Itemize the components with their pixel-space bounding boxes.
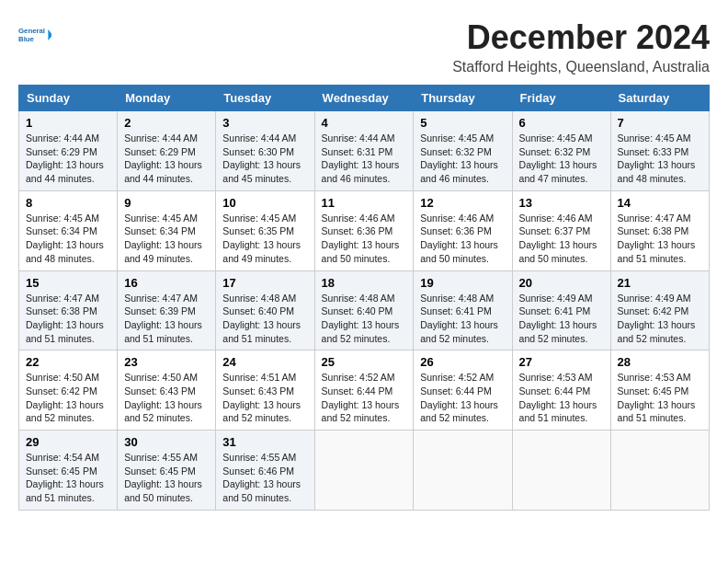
day-number: 5 [420, 116, 505, 130]
cell-0-3: 4 Sunrise: 4:44 AM Sunset: 6:31 PM Dayli… [314, 111, 414, 191]
cell-1-2: 10 Sunrise: 4:45 AM Sunset: 6:35 PM Dayl… [216, 190, 314, 270]
cell-0-0: 1 Sunrise: 4:44 AM Sunset: 6:29 PM Dayli… [19, 111, 118, 191]
day-number: 31 [222, 435, 307, 449]
day-info: Sunrise: 4:47 AM Sunset: 6:38 PM Dayligh… [26, 292, 110, 346]
cell-0-5: 6 Sunrise: 4:45 AM Sunset: 6:32 PM Dayli… [512, 111, 610, 191]
day-number: 4 [322, 116, 407, 130]
week-row-2: 8 Sunrise: 4:45 AM Sunset: 6:34 PM Dayli… [19, 190, 710, 270]
cell-3-3: 25 Sunrise: 4:52 AM Sunset: 6:44 PM Dayl… [314, 350, 414, 431]
day-number: 30 [124, 435, 209, 449]
day-info: Sunrise: 4:44 AM Sunset: 6:31 PM Dayligh… [322, 132, 407, 186]
day-info: Sunrise: 4:50 AM Sunset: 6:42 PM Dayligh… [26, 371, 110, 425]
day-info: Sunrise: 4:45 AM Sunset: 6:35 PM Dayligh… [222, 212, 307, 266]
day-number: 21 [618, 276, 702, 290]
calendar-body: 1 Sunrise: 4:44 AM Sunset: 6:29 PM Dayli… [19, 111, 710, 511]
day-info: Sunrise: 4:44 AM Sunset: 6:29 PM Dayligh… [124, 132, 209, 186]
day-info: Sunrise: 4:54 AM Sunset: 6:45 PM Dayligh… [26, 451, 110, 505]
day-number: 28 [618, 355, 702, 369]
day-info: Sunrise: 4:48 AM Sunset: 6:40 PM Dayligh… [222, 292, 307, 346]
day-info: Sunrise: 4:46 AM Sunset: 6:36 PM Dayligh… [420, 212, 505, 266]
day-number: 2 [124, 116, 209, 130]
day-number: 18 [322, 276, 407, 290]
cell-2-3: 18 Sunrise: 4:48 AM Sunset: 6:40 PM Dayl… [314, 270, 414, 350]
day-number: 19 [420, 276, 505, 290]
day-info: Sunrise: 4:55 AM Sunset: 6:45 PM Dayligh… [124, 451, 209, 505]
cell-3-0: 22 Sunrise: 4:50 AM Sunset: 6:42 PM Dayl… [19, 350, 118, 431]
cell-4-0: 29 Sunrise: 4:54 AM Sunset: 6:45 PM Dayl… [19, 431, 118, 511]
cell-1-4: 12 Sunrise: 4:46 AM Sunset: 6:36 PM Dayl… [414, 190, 512, 270]
day-info: Sunrise: 4:45 AM Sunset: 6:32 PM Dayligh… [420, 132, 505, 186]
day-number: 16 [124, 276, 209, 290]
day-number: 20 [519, 276, 604, 290]
day-info: Sunrise: 4:47 AM Sunset: 6:39 PM Dayligh… [124, 292, 209, 346]
day-number: 24 [222, 355, 307, 369]
cell-0-4: 5 Sunrise: 4:45 AM Sunset: 6:32 PM Dayli… [414, 111, 512, 191]
title-area: December 2024 Stafford Heights, Queensla… [452, 18, 710, 75]
cell-4-3 [314, 431, 414, 511]
day-number: 11 [322, 196, 407, 210]
cell-1-3: 11 Sunrise: 4:46 AM Sunset: 6:36 PM Dayl… [314, 190, 414, 270]
cell-4-4 [414, 431, 512, 511]
day-number: 6 [519, 116, 604, 130]
day-number: 13 [519, 196, 604, 210]
cell-1-6: 14 Sunrise: 4:47 AM Sunset: 6:38 PM Dayl… [610, 190, 709, 270]
col-saturday: Saturday [610, 86, 709, 111]
day-number: 22 [26, 355, 110, 369]
cell-3-5: 27 Sunrise: 4:53 AM Sunset: 6:44 PM Dayl… [512, 350, 610, 431]
day-info: Sunrise: 4:45 AM Sunset: 6:34 PM Dayligh… [124, 212, 209, 266]
day-info: Sunrise: 4:52 AM Sunset: 6:44 PM Dayligh… [420, 371, 505, 425]
week-row-1: 1 Sunrise: 4:44 AM Sunset: 6:29 PM Dayli… [19, 111, 710, 191]
cell-3-4: 26 Sunrise: 4:52 AM Sunset: 6:44 PM Dayl… [414, 350, 512, 431]
col-monday: Monday [118, 86, 216, 111]
svg-text:General: General [18, 27, 45, 35]
day-info: Sunrise: 4:48 AM Sunset: 6:40 PM Dayligh… [322, 292, 407, 346]
day-info: Sunrise: 4:45 AM Sunset: 6:32 PM Dayligh… [519, 132, 604, 186]
col-tuesday: Tuesday [216, 86, 314, 111]
day-number: 12 [420, 196, 505, 210]
cell-4-6 [610, 431, 709, 511]
cell-1-5: 13 Sunrise: 4:46 AM Sunset: 6:37 PM Dayl… [512, 190, 610, 270]
cell-0-2: 3 Sunrise: 4:44 AM Sunset: 6:30 PM Dayli… [216, 111, 314, 191]
logo-svg: General Blue [18, 18, 51, 52]
cell-2-2: 17 Sunrise: 4:48 AM Sunset: 6:40 PM Dayl… [216, 270, 314, 350]
svg-marker-2 [48, 29, 51, 40]
day-number: 3 [222, 116, 307, 130]
location-title: Stafford Heights, Queensland, Australia [452, 59, 710, 75]
day-info: Sunrise: 4:47 AM Sunset: 6:38 PM Dayligh… [618, 212, 702, 266]
day-number: 15 [26, 276, 110, 290]
day-number: 26 [420, 355, 505, 369]
col-wednesday: Wednesday [314, 86, 414, 111]
cell-2-1: 16 Sunrise: 4:47 AM Sunset: 6:39 PM Dayl… [118, 270, 216, 350]
col-thursday: Thursday [414, 86, 512, 111]
week-row-4: 22 Sunrise: 4:50 AM Sunset: 6:42 PM Dayl… [19, 350, 710, 431]
cell-3-6: 28 Sunrise: 4:53 AM Sunset: 6:45 PM Dayl… [610, 350, 709, 431]
day-number: 7 [618, 116, 702, 130]
cell-1-1: 9 Sunrise: 4:45 AM Sunset: 6:34 PM Dayli… [118, 190, 216, 270]
day-info: Sunrise: 4:45 AM Sunset: 6:34 PM Dayligh… [26, 212, 110, 266]
day-number: 17 [222, 276, 307, 290]
day-number: 8 [26, 196, 110, 210]
day-info: Sunrise: 4:44 AM Sunset: 6:30 PM Dayligh… [222, 132, 307, 186]
cell-4-5 [512, 431, 610, 511]
cell-3-1: 23 Sunrise: 4:50 AM Sunset: 6:43 PM Dayl… [118, 350, 216, 431]
day-info: Sunrise: 4:53 AM Sunset: 6:45 PM Dayligh… [618, 371, 702, 425]
week-row-3: 15 Sunrise: 4:47 AM Sunset: 6:38 PM Dayl… [19, 270, 710, 350]
cell-0-1: 2 Sunrise: 4:44 AM Sunset: 6:29 PM Dayli… [118, 111, 216, 191]
svg-text:Blue: Blue [18, 35, 35, 43]
cell-3-2: 24 Sunrise: 4:51 AM Sunset: 6:43 PM Dayl… [216, 350, 314, 431]
cell-4-1: 30 Sunrise: 4:55 AM Sunset: 6:45 PM Dayl… [118, 431, 216, 511]
header-row: Sunday Monday Tuesday Wednesday Thursday… [19, 86, 710, 111]
week-row-5: 29 Sunrise: 4:54 AM Sunset: 6:45 PM Dayl… [19, 431, 710, 511]
day-number: 29 [26, 435, 110, 449]
day-info: Sunrise: 4:48 AM Sunset: 6:41 PM Dayligh… [420, 292, 505, 346]
header: General Blue December 2024 Stafford Heig… [18, 18, 710, 75]
day-number: 23 [124, 355, 209, 369]
logo: General Blue [18, 18, 51, 52]
cell-1-0: 8 Sunrise: 4:45 AM Sunset: 6:34 PM Dayli… [19, 190, 118, 270]
cell-4-2: 31 Sunrise: 4:55 AM Sunset: 6:46 PM Dayl… [216, 431, 314, 511]
col-friday: Friday [512, 86, 610, 111]
day-info: Sunrise: 4:49 AM Sunset: 6:42 PM Dayligh… [618, 292, 702, 346]
cell-2-6: 21 Sunrise: 4:49 AM Sunset: 6:42 PM Dayl… [610, 270, 709, 350]
day-number: 1 [26, 116, 110, 130]
day-number: 10 [222, 196, 307, 210]
